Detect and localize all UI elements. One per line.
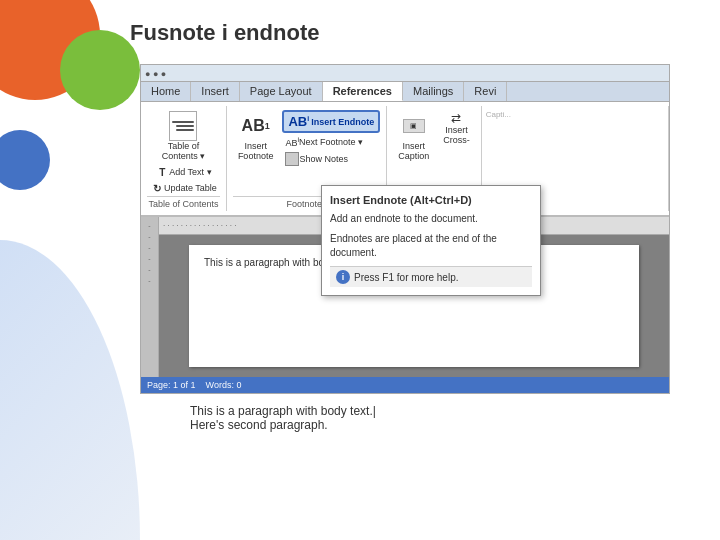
- sidebar-marker-3: ‐: [148, 244, 150, 251]
- second-paragraph-text: Here's second paragraph.: [190, 418, 328, 432]
- sidebar-marker-2: ‐: [148, 233, 150, 240]
- toc-button-label: Table ofContents ▾: [162, 141, 206, 161]
- sidebar-marker-1: ‐: [148, 222, 150, 229]
- next-footnote-icon: ABi: [285, 136, 299, 148]
- endnote-buttons-col: ABi Insert Endnote ABi Next Footnote ▾ S…: [282, 110, 380, 167]
- slide-title: Fusnote i endnote: [130, 20, 690, 46]
- toc-group-inner: Table ofContents ▾ T Add Text ▾ ↻ Update…: [147, 108, 220, 196]
- insert-cross-label: InsertCross-: [443, 125, 470, 145]
- insert-caption-icon: ▣: [400, 111, 428, 141]
- cursor: |: [373, 404, 376, 418]
- update-table-icon: ↻: [150, 181, 164, 195]
- tab-review[interactable]: Revi: [464, 82, 507, 101]
- ribbon-group-toc: Table ofContents ▾ T Add Text ▾ ↻ Update…: [141, 106, 227, 211]
- insert-footnote-button[interactable]: AB1 InsertFootnote: [233, 108, 279, 164]
- insert-endnote-label: Insert Endnote: [311, 117, 374, 127]
- ribbon-bar-text: ● ● ●: [141, 69, 166, 79]
- caption-img-icon: ▣: [403, 119, 425, 133]
- show-notes-icon: [285, 152, 299, 166]
- toc-button[interactable]: Table ofContents ▾: [157, 108, 211, 164]
- toc-group-label: Table of Contents: [147, 196, 220, 209]
- update-table-button[interactable]: ↻ Update Table: [147, 180, 220, 196]
- sidebar-marker-4: ‐: [148, 255, 150, 262]
- word-window: ● ● ● Home Insert Page Layout References…: [140, 64, 670, 394]
- ruler-marks: · · · · · · · · · · · · · · · · ·: [163, 221, 236, 230]
- add-text-button[interactable]: T Add Text ▾: [152, 164, 214, 180]
- insert-footnote-label: InsertFootnote: [238, 141, 274, 161]
- tab-home[interactable]: Home: [141, 82, 191, 101]
- ribbon-tabs: Home Insert Page Layout References Maili…: [141, 82, 669, 102]
- insert-cross-button[interactable]: ⇄ InsertCross-: [438, 108, 475, 164]
- tab-references[interactable]: References: [323, 82, 403, 101]
- tab-page-layout[interactable]: Page Layout: [240, 82, 323, 101]
- below-window: This is a paragraph with body text.| Her…: [190, 404, 690, 432]
- statusbar: Page: 1 of 1 Words: 0: [141, 377, 669, 393]
- next-footnote-button[interactable]: ABi Next Footnote ▾: [282, 135, 380, 149]
- tooltip-desc1: Add an endnote to the document.: [330, 212, 532, 226]
- footnotes-inner-row: AB1 InsertFootnote ABi Insert Endnote A: [233, 108, 380, 167]
- page-content: Fusnote i endnote ● ● ● Home Insert Page…: [0, 0, 720, 452]
- tooltip-popup: Insert Endnote (Alt+Ctrl+D) Add an endno…: [321, 185, 541, 296]
- sidebar-marker-5: ‐: [148, 266, 150, 273]
- statusbar-page: Page: 1 of 1: [147, 380, 196, 390]
- paragraph-1: This is a paragraph with body text.|: [190, 404, 690, 418]
- insert-endnote-button[interactable]: ABi Insert Endnote: [282, 110, 380, 133]
- ribbon-spacer-text: Capti...: [482, 106, 668, 123]
- add-text-label: Add Text ▾: [169, 167, 211, 177]
- tooltip-f1-text: Press F1 for more help.: [354, 272, 458, 283]
- tooltip-desc2: Endnotes are placed at the end of the do…: [330, 232, 532, 260]
- update-table-label: Update Table: [164, 183, 217, 193]
- insert-footnote-icon: AB1: [242, 111, 270, 141]
- f1-icon: i: [336, 270, 350, 284]
- statusbar-words: Words: 0: [206, 380, 242, 390]
- show-notes-button[interactable]: Show Notes: [282, 151, 380, 167]
- insert-caption-button[interactable]: ▣ InsertCaption: [393, 108, 434, 164]
- tab-mailings[interactable]: Mailings: [403, 82, 464, 101]
- body-text-below: This is a paragraph with body text.: [190, 404, 373, 418]
- doc-sidebar: ‐ ‐ ‐ ‐ ‐ ‐: [141, 217, 159, 377]
- show-notes-label: Show Notes: [299, 154, 348, 164]
- next-footnote-label: Next Footnote ▾: [299, 137, 363, 147]
- add-text-icon: T: [155, 165, 169, 179]
- tab-insert[interactable]: Insert: [191, 82, 240, 101]
- ribbon-bar: ● ● ●: [141, 65, 669, 82]
- tooltip-title: Insert Endnote (Alt+Ctrl+D): [330, 194, 532, 206]
- captions-buttons-row: ▣ InsertCaption ⇄ InsertCross-: [393, 108, 475, 164]
- sidebar-marker-6: ‐: [148, 277, 150, 284]
- insert-caption-label: InsertCaption: [398, 141, 429, 161]
- footnotes-group-inner: AB1 InsertFootnote ABi Insert Endnote A: [233, 108, 380, 196]
- endnote-icon: ABi: [288, 114, 309, 129]
- captions-group-inner: ▣ InsertCaption ⇄ InsertCross-: [393, 108, 475, 196]
- toc-icon: [169, 111, 197, 141]
- cross-ref-icon: ⇄: [445, 111, 467, 125]
- tooltip-f1-row: i Press F1 for more help.: [330, 266, 532, 287]
- paragraph-2: Here's second paragraph.: [190, 418, 690, 432]
